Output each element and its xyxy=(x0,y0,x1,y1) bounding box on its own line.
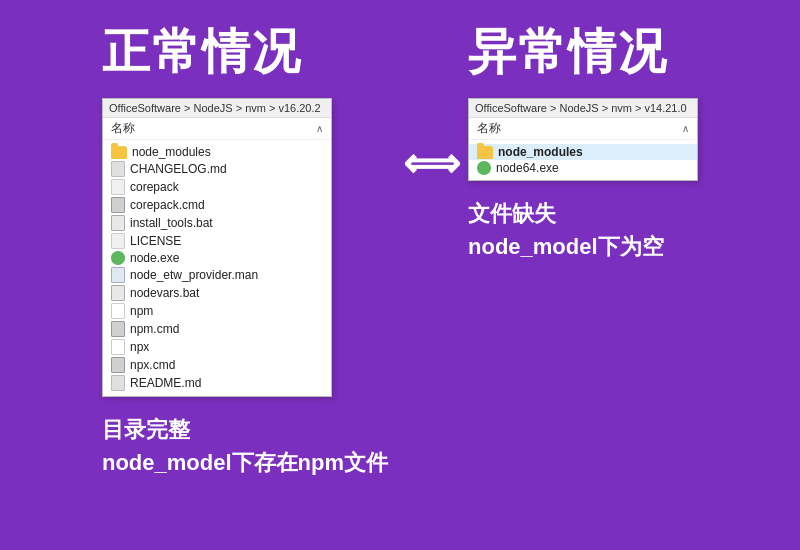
left-sort-arrow: ∧ xyxy=(316,123,323,134)
file-name: install_tools.bat xyxy=(130,216,213,230)
list-item[interactable]: install_tools.bat xyxy=(103,214,331,232)
file-name: npx xyxy=(130,340,149,354)
right-panel: 异常情况 OfficeSoftware > NodeJS > nvm > v14… xyxy=(468,20,698,263)
left-panel: 正常情况 OfficeSoftware > NodeJS > nvm > v16… xyxy=(102,20,388,479)
md-icon xyxy=(111,375,125,391)
left-caption-line1: 目录完整 xyxy=(102,413,388,446)
left-sort-label: 名称 xyxy=(111,120,135,137)
left-title: 正常情况 xyxy=(102,20,302,84)
breadcrumb-text: OfficeSoftware > NodeJS > nvm > v16.20.2 xyxy=(109,102,321,114)
right-sort-arrow: ∧ xyxy=(682,123,689,134)
file-name: LICENSE xyxy=(130,234,181,248)
right-sort-label: 名称 xyxy=(477,120,501,137)
list-item[interactable]: npx xyxy=(103,338,331,356)
file-name: README.md xyxy=(130,376,201,390)
list-item[interactable]: node_etw_provider.man xyxy=(103,266,331,284)
file-icon xyxy=(111,179,125,195)
list-item[interactable]: node64.exe xyxy=(469,160,697,176)
file-name: corepack.cmd xyxy=(130,198,205,212)
left-file-list: node_modules CHANGELOG.md corepack corep… xyxy=(103,140,331,396)
file-name: npm.cmd xyxy=(130,322,179,336)
file-name: node_modules xyxy=(498,145,583,159)
list-item[interactable]: node_modules xyxy=(469,144,697,160)
cmd-icon xyxy=(111,197,125,213)
bat-icon xyxy=(111,215,125,231)
left-caption-line2: node_model下存在npm文件 xyxy=(102,446,388,479)
folder-icon xyxy=(111,146,127,159)
list-item[interactable]: npm xyxy=(103,302,331,320)
list-item[interactable]: npm.cmd xyxy=(103,320,331,338)
right-breadcrumb: OfficeSoftware > NodeJS > nvm > v14.21.0 xyxy=(469,99,697,118)
exe-icon xyxy=(111,251,125,265)
right-file-list: node_modules node64.exe xyxy=(469,140,697,180)
right-title: 异常情况 xyxy=(468,20,668,84)
list-item[interactable]: LICENSE xyxy=(103,232,331,250)
list-item[interactable]: node.exe xyxy=(103,250,331,266)
cmd-icon xyxy=(111,321,125,337)
file-name: node.exe xyxy=(130,251,179,265)
file-name: CHANGELOG.md xyxy=(130,162,227,176)
right-explorer-window: OfficeSoftware > NodeJS > nvm > v14.21.0… xyxy=(468,98,698,181)
file-name: node64.exe xyxy=(496,161,559,175)
npm-icon xyxy=(111,303,125,319)
left-explorer-window: OfficeSoftware > NodeJS > nvm > v16.20.2… xyxy=(102,98,332,397)
bat-icon xyxy=(111,285,125,301)
file-name: corepack xyxy=(130,180,179,194)
list-item[interactable]: nodevars.bat xyxy=(103,284,331,302)
left-caption: 目录完整 node_model下存在npm文件 xyxy=(102,413,388,479)
file-name: node_modules xyxy=(132,145,211,159)
right-caption: 文件缺失 node_model下为空 xyxy=(468,197,664,263)
list-item[interactable]: corepack xyxy=(103,178,331,196)
md-icon xyxy=(111,161,125,177)
left-breadcrumb: OfficeSoftware > NodeJS > nvm > v16.20.2 xyxy=(103,99,331,118)
file-name: npm xyxy=(130,304,153,318)
right-sort-row: 名称 ∧ xyxy=(469,118,697,140)
file-name: node_etw_provider.man xyxy=(130,268,258,282)
list-item[interactable]: corepack.cmd xyxy=(103,196,331,214)
right-caption-line2: node_model下为空 xyxy=(468,230,664,263)
list-item[interactable]: npx.cmd xyxy=(103,356,331,374)
double-arrow-icon: ⟺ xyxy=(403,140,454,186)
file-name: npx.cmd xyxy=(130,358,175,372)
list-item[interactable]: node_modules xyxy=(103,144,331,160)
breadcrumb-text: OfficeSoftware > NodeJS > nvm > v14.21.0 xyxy=(475,102,687,114)
right-caption-line1: 文件缺失 xyxy=(468,197,664,230)
list-item[interactable]: CHANGELOG.md xyxy=(103,160,331,178)
exe-icon xyxy=(477,161,491,175)
license-icon xyxy=(111,233,125,249)
file-name: nodevars.bat xyxy=(130,286,199,300)
left-sort-row: 名称 ∧ xyxy=(103,118,331,140)
folder-icon xyxy=(477,146,493,159)
list-item[interactable]: README.md xyxy=(103,374,331,392)
man-icon xyxy=(111,267,125,283)
cmd-icon xyxy=(111,357,125,373)
arrow-container: ⟺ xyxy=(388,140,468,186)
npm-icon xyxy=(111,339,125,355)
